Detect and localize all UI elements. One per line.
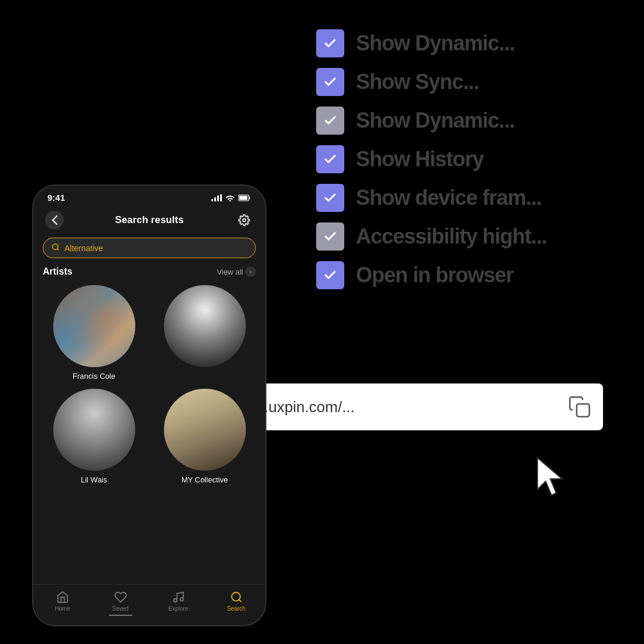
checkbox-label-3: Show Dynamic...	[356, 108, 515, 133]
checkbox-row-7[interactable]: Open in browser	[316, 261, 547, 289]
nav-search-label: Search	[227, 605, 246, 612]
status-icons	[211, 194, 251, 201]
checkbox-row-6[interactable]: Accessibility hight...	[316, 222, 547, 251]
nav-saved-indicator	[109, 615, 132, 616]
avatar-artist-2	[164, 285, 246, 367]
header-title: Search results	[64, 214, 235, 226]
artists-title: Artists	[43, 266, 73, 277]
artist-name-lil-wais: Lil Wais	[81, 475, 107, 484]
checkbox-row-2[interactable]: Show Sync...	[316, 68, 547, 96]
artists-section: Artists View all › Francis Cole	[33, 266, 265, 584]
app-header: Search results	[33, 206, 265, 234]
view-all-arrow-icon: ›	[245, 266, 256, 277]
artist-name-my-collective: MY Collective	[181, 475, 228, 484]
view-all-button[interactable]: View all ›	[217, 266, 256, 277]
checkbox-6[interactable]	[316, 222, 344, 251]
artist-name-francis-cole: Francis Cole	[73, 372, 115, 381]
artists-header: Artists View all ›	[43, 266, 256, 277]
checkbox-5[interactable]	[316, 184, 344, 212]
search-bar[interactable]: Alternative	[43, 238, 256, 258]
nav-home-label: Home	[54, 605, 70, 612]
heart-icon	[114, 591, 127, 604]
checkbox-row-3[interactable]: Show Dynamic...	[316, 107, 547, 135]
svg-point-6	[180, 598, 183, 601]
checkbox-label-4: Show History	[356, 147, 484, 172]
back-button[interactable]	[45, 211, 64, 229]
status-bar: 9:41	[33, 186, 265, 206]
artist-grid: Francis Cole Lil Wais MY Collective	[43, 285, 256, 484]
svg-rect-2	[239, 196, 248, 200]
signal-icon	[211, 194, 222, 201]
bottom-nav: Home Saved Explore Search	[33, 584, 265, 625]
phone-mockup: 9:41 Search results	[32, 184, 266, 626]
home-icon	[56, 591, 69, 604]
checkbox-4[interactable]	[316, 145, 344, 173]
nav-explore[interactable]: Explore	[161, 591, 196, 616]
search-icon	[52, 243, 60, 253]
checkbox-1[interactable]	[316, 29, 344, 57]
checkbox-row-5[interactable]: Show device fram...	[316, 184, 547, 212]
avatar-francis-cole	[53, 285, 135, 367]
checkbox-row-4[interactable]: Show History	[316, 145, 547, 173]
view-all-label: View all	[217, 268, 243, 276]
artist-item-my-collective[interactable]: MY Collective	[153, 389, 256, 484]
nav-explore-label: Explore	[169, 605, 189, 612]
svg-rect-0	[577, 404, 590, 417]
nav-search[interactable]: Search	[219, 591, 254, 616]
svg-point-3	[243, 219, 246, 222]
checkbox-label-5: Show device fram...	[356, 186, 542, 210]
artist-item-2[interactable]	[153, 285, 256, 381]
battery-icon	[238, 194, 251, 201]
artist-item-francis-cole[interactable]: Francis Cole	[43, 285, 145, 381]
cursor-icon	[533, 455, 568, 502]
music-icon	[172, 591, 185, 604]
copy-icon[interactable]	[568, 395, 591, 419]
nav-home[interactable]: Home	[45, 591, 80, 616]
svg-point-4	[53, 244, 58, 249]
checkbox-list: Show Dynamic... Show Sync... Show Dynami…	[316, 29, 547, 289]
checkbox-7[interactable]	[316, 261, 344, 289]
nav-saved[interactable]: Saved	[103, 591, 138, 616]
status-time: 9:41	[47, 193, 65, 203]
svg-point-7	[231, 592, 240, 601]
checkbox-label-6: Accessibility hight...	[356, 224, 547, 249]
search-nav-icon	[230, 591, 243, 604]
checkbox-label-7: Open in browser	[356, 263, 513, 287]
checkbox-label-2: Show Sync...	[356, 70, 479, 94]
avatar-my-collective	[164, 389, 246, 471]
nav-saved-label: Saved	[112, 605, 128, 612]
artist-item-lil-wais[interactable]: Lil Wais	[43, 389, 145, 484]
search-input-value: Alternative	[64, 244, 103, 253]
checkbox-3[interactable]	[316, 107, 344, 135]
checkbox-2[interactable]	[316, 68, 344, 96]
avatar-lil-wais	[53, 389, 135, 471]
wifi-icon	[225, 194, 235, 201]
checkbox-label-1: Show Dynamic...	[356, 31, 515, 56]
checkbox-row-1[interactable]: Show Dynamic...	[316, 29, 547, 57]
svg-point-5	[173, 599, 177, 602]
settings-button[interactable]	[235, 211, 254, 229]
